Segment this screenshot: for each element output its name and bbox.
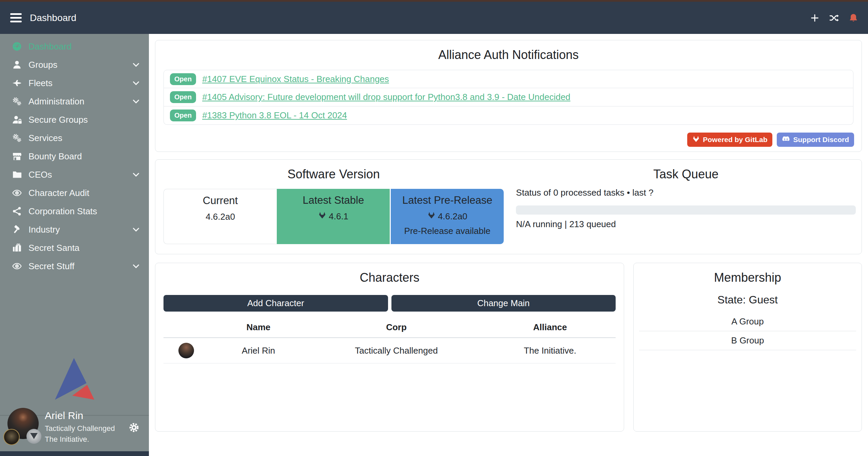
cell-character-corp: Tactically Challenged [308,345,485,356]
sidebar-item-ceos[interactable]: CEOs [0,165,149,184]
sidebar-item-label: CEOs [28,170,52,180]
chevron-down-icon [131,60,141,70]
column-header-name: Name [209,322,308,333]
sidebar-item-label: Fleets [28,78,53,88]
sidebar-item-label: Secure Groups [28,115,88,125]
gauge-icon [11,41,23,52]
sidebar-item-label: Groups [28,60,57,70]
sidebar-item-bounty-board[interactable]: Bounty Board [0,147,149,165]
version-label: Latest Pre-Release [391,194,504,206]
sidebar-item-groups[interactable]: Groups [0,56,149,74]
sidebar-item-character-audit[interactable]: Character Audit [0,184,149,202]
sidebar-item-corporation-stats[interactable]: Corporation Stats [0,202,149,220]
sidebar: Dashboard Groups Fleets [0,34,149,456]
add-character-button[interactable]: Add Character [163,295,388,312]
sidebar-item-label: Services [28,133,62,143]
user-name: Ariel Rin [45,410,115,421]
version-label: Latest Stable [277,194,390,206]
badge-label: Support Discord [793,136,849,144]
notifications-title: Alliance Auth Notifications [155,40,862,62]
user-icon [11,60,23,70]
bottom-row: Characters Add Character Change Main Nam… [155,263,862,432]
notifications-panel: Alliance Auth Notifications Open #1407 E… [155,40,862,152]
store-icon [11,151,23,161]
support-discord-button[interactable]: Support Discord [777,133,854,147]
user-info: Ariel Rin Tactically Challenged The Init… [45,410,115,444]
sidebar-item-secret-stuff[interactable]: Secret Stuff [0,257,149,275]
gitlab-icon [692,135,700,144]
plus-icon[interactable] [810,13,820,23]
version-value: 4.6.2a0 [206,212,235,222]
sidebar-item-label: Secret Stuff [28,261,74,272]
list-item: B Group [639,331,856,350]
sidebar-item-industry[interactable]: Industry [0,220,149,239]
column-header-corp: Corp [308,322,485,333]
version-value: 4.6.1 [329,211,348,222]
hammer-icon [11,224,23,235]
gear-icon[interactable] [128,421,140,435]
task-queue-title: Task Queue [516,160,856,181]
status-badge: Open [170,110,196,121]
user-panel[interactable]: Ariel Rin Tactically Challenged The Init… [0,407,149,451]
user-corp: Tactically Challenged [45,424,115,433]
cogs-icon [11,133,23,143]
character-avatar [178,343,194,358]
badge-label: Powered by GitLab [703,136,767,144]
chevron-down-icon [131,225,141,234]
sidebar-item-label: Character Audit [28,188,89,198]
sidebar-item-dashboard[interactable]: Dashboard [0,37,149,56]
sidebar-item-label: Dashboard [28,41,72,52]
membership-panel: Membership State: Guest A Group B Group [633,263,862,432]
chevron-down-icon [131,78,141,88]
characters-panel: Characters Add Character Change Main Nam… [155,263,624,432]
chevron-down-icon [131,261,141,271]
version-latest-stable: Latest Stable 4.6.1 [277,189,390,244]
status-badge: Open [170,91,196,103]
chevron-down-icon [131,170,141,179]
notification-link[interactable]: #1383 Python 3.8 EOL - 14 Oct 2024 [202,110,347,121]
list-item: Open #1405 Advisory: Future development … [163,88,853,106]
table-row: Ariel Rin Tactically Challenged The Init… [163,338,616,363]
alliance-auth-logo [0,358,149,400]
notification-link[interactable]: #1405 Advisory: Future development will … [202,92,570,102]
topbar-actions [810,13,859,23]
list-item: Open #1407 EVE Equinox Status - Breaking… [163,70,853,88]
task-queue-counts: N/A running | 213 queued [516,219,856,230]
sidebar-item-secure-groups[interactable]: Secure Groups [0,111,149,129]
characters-actions: Add Character Change Main [163,295,616,312]
sidebar-item-secret-santa[interactable]: Secret Santa [0,239,149,257]
eye-icon [11,188,23,198]
sidebar-item-label: Corporation Stats [28,206,97,217]
version-note: Pre-Release available [391,226,504,236]
discord-icon [782,136,790,144]
cell-character-alliance: The Initiative. [484,345,616,356]
software-version-title: Software Version [163,160,504,181]
gitlab-icon [427,211,436,222]
top-navbar: Dashboard [0,0,868,34]
sidebar-bottom-bar [0,451,149,456]
sidebar-item-fleets[interactable]: Fleets [0,74,149,92]
sidebar-item-administration[interactable]: Administration [0,92,149,111]
sidebar-item-services[interactable]: Services [0,129,149,147]
software-version-section: Software Version Current 4.6.2a0 Latest … [155,160,511,254]
sidebar-item-label: Industry [28,224,60,235]
task-queue-progressbar [516,205,856,215]
bell-icon[interactable] [848,13,859,23]
membership-groups-list: A Group B Group [639,312,856,350]
folder-icon [11,170,23,180]
alliance-logo [26,429,41,444]
sidebar-item-label: Administration [28,96,84,107]
shuffle-icon[interactable] [829,13,840,23]
cell-character-name: Ariel Rin [209,345,308,356]
fighter-jet-icon [11,78,23,88]
powered-by-gitlab-button[interactable]: Powered by GitLab [687,133,772,147]
menu-icon[interactable] [10,13,22,22]
page-title: Dashboard [30,13,76,23]
characters-title: Characters [155,263,624,285]
version-value: 4.6.2a0 [438,211,467,222]
gifts-icon [11,243,23,253]
main-content: Alliance Auth Notifications Open #1407 E… [149,34,868,456]
notification-link[interactable]: #1407 EVE Equinox Status - Breaking Chan… [202,74,389,84]
table-header-row: Name Corp Alliance [163,317,616,338]
change-main-button[interactable]: Change Main [391,295,616,312]
